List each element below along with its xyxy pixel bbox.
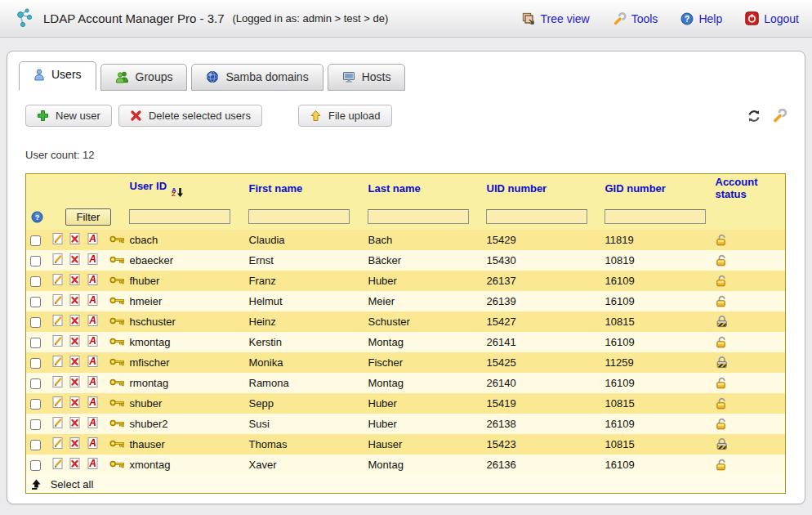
user-id-cell[interactable]: ebaecker bbox=[126, 250, 245, 271]
password-key-icon[interactable] bbox=[109, 356, 125, 369]
user-id-cell[interactable]: xmontag bbox=[126, 455, 245, 475]
tab-bar: Users Groups Sam bbox=[7, 52, 805, 91]
password-key-icon[interactable] bbox=[109, 418, 125, 430]
pdf-export-icon[interactable]: A bbox=[87, 437, 99, 452]
delete-user-icon[interactable] bbox=[69, 355, 81, 370]
column-header-last-name[interactable]: Last name bbox=[364, 174, 483, 204]
pdf-export-icon[interactable]: A bbox=[87, 273, 99, 289]
password-key-icon[interactable] bbox=[109, 397, 125, 410]
delete-user-icon[interactable] bbox=[69, 334, 81, 350]
user-id-cell[interactable]: fhuber bbox=[126, 271, 245, 291]
edit-user-icon[interactable] bbox=[51, 416, 64, 432]
select-all-cell[interactable]: Select all bbox=[26, 475, 786, 494]
pdf-export-icon[interactable]: A bbox=[87, 355, 99, 370]
filter-button[interactable]: Filter bbox=[65, 208, 112, 226]
row-checkbox[interactable] bbox=[30, 297, 41, 307]
row-checkbox[interactable] bbox=[30, 338, 41, 348]
column-header-gid-number[interactable]: GID number bbox=[601, 174, 712, 204]
user-id-cell[interactable]: rmontag bbox=[126, 373, 245, 393]
pdf-export-icon[interactable]: A bbox=[87, 375, 99, 391]
password-key-icon[interactable] bbox=[109, 316, 125, 328]
row-checkbox[interactable] bbox=[30, 419, 41, 430]
pdf-export-icon[interactable]: A bbox=[87, 396, 99, 411]
pdf-export-icon[interactable]: A bbox=[87, 334, 99, 350]
menu-tools[interactable]: Tools bbox=[613, 12, 658, 25]
refresh-icon[interactable] bbox=[747, 109, 761, 123]
filter-input-last-name[interactable] bbox=[368, 209, 469, 224]
password-key-icon[interactable] bbox=[109, 336, 125, 348]
row-checkbox[interactable] bbox=[30, 460, 41, 471]
password-key-icon[interactable] bbox=[109, 438, 125, 450]
help-icon[interactable]: ? bbox=[31, 211, 43, 223]
user-id-cell[interactable]: hschuster bbox=[126, 311, 245, 332]
filter-input-first-name[interactable] bbox=[248, 209, 350, 224]
filter-input-gid-number[interactable] bbox=[605, 209, 706, 224]
row-checkbox[interactable] bbox=[30, 358, 41, 369]
password-key-icon[interactable] bbox=[109, 459, 125, 471]
row-checkbox[interactable] bbox=[30, 399, 41, 410]
column-header-first-name[interactable]: First name bbox=[245, 174, 364, 204]
file-upload-button[interactable]: File upload bbox=[298, 105, 392, 127]
row-checkbox[interactable] bbox=[30, 235, 41, 246]
tab-groups[interactable]: Groups bbox=[100, 64, 188, 91]
user-id-cell[interactable]: kmontag bbox=[126, 332, 245, 352]
pdf-export-icon[interactable]: A bbox=[87, 457, 99, 472]
user-id-cell[interactable]: cbach bbox=[126, 230, 245, 250]
delete-user-icon[interactable] bbox=[69, 273, 81, 289]
edit-user-icon[interactable] bbox=[51, 437, 64, 452]
row-checkbox[interactable] bbox=[30, 378, 41, 389]
password-key-icon[interactable] bbox=[109, 295, 125, 307]
row-checkbox[interactable] bbox=[30, 276, 41, 287]
delete-user-icon[interactable] bbox=[69, 232, 81, 248]
password-key-icon[interactable] bbox=[109, 275, 125, 287]
pdf-export-icon[interactable]: A bbox=[87, 232, 99, 248]
row-checkbox[interactable] bbox=[30, 440, 41, 450]
delete-user-icon[interactable] bbox=[69, 457, 81, 472]
edit-user-icon[interactable] bbox=[51, 232, 64, 248]
column-header-uid-number[interactable]: UID number bbox=[483, 174, 601, 204]
user-id-cell[interactable]: shuber bbox=[126, 393, 245, 414]
pdf-export-icon[interactable]: A bbox=[87, 314, 99, 329]
column-header-account-status[interactable]: Account status bbox=[712, 174, 786, 204]
user-id-cell[interactable]: mfischer bbox=[126, 352, 245, 373]
delete-user-icon[interactable] bbox=[69, 375, 81, 391]
password-key-icon[interactable] bbox=[109, 254, 125, 266]
user-id-cell[interactable]: shuber2 bbox=[126, 414, 245, 434]
edit-user-icon[interactable] bbox=[51, 314, 64, 329]
column-header-user-id[interactable]: User IDAZ bbox=[126, 174, 245, 204]
pdf-export-icon[interactable]: A bbox=[87, 293, 99, 309]
password-key-icon[interactable] bbox=[109, 234, 125, 246]
settings-wrench-icon[interactable] bbox=[772, 109, 787, 123]
user-id-cell[interactable]: hmeier bbox=[126, 291, 245, 311]
edit-user-icon[interactable] bbox=[51, 273, 64, 289]
delete-user-icon[interactable] bbox=[69, 314, 81, 329]
new-user-button[interactable]: New user bbox=[25, 105, 112, 127]
password-key-icon[interactable] bbox=[109, 377, 125, 389]
delete-user-icon[interactable] bbox=[69, 437, 81, 452]
delete-user-icon[interactable] bbox=[69, 416, 81, 432]
row-checkbox[interactable] bbox=[30, 256, 41, 266]
menu-tree-view[interactable]: Tree view bbox=[522, 12, 590, 25]
delete-selected-users-button[interactable]: Delete selected users bbox=[118, 105, 262, 127]
tab-hosts[interactable]: Hosts bbox=[328, 64, 406, 91]
filter-input-uid-number[interactable] bbox=[486, 209, 587, 224]
edit-user-icon[interactable] bbox=[51, 457, 64, 472]
tab-samba-domains[interactable]: Samba domains bbox=[191, 64, 323, 91]
edit-user-icon[interactable] bbox=[51, 375, 64, 391]
tab-users[interactable]: Users bbox=[19, 61, 96, 91]
edit-user-icon[interactable] bbox=[51, 355, 64, 370]
edit-user-icon[interactable] bbox=[51, 396, 64, 411]
edit-user-icon[interactable] bbox=[51, 334, 64, 350]
edit-user-icon[interactable] bbox=[51, 253, 64, 268]
menu-help[interactable]: ? Help bbox=[680, 12, 722, 25]
pdf-export-icon[interactable]: A bbox=[87, 253, 99, 268]
pdf-export-icon[interactable]: A bbox=[87, 416, 99, 432]
delete-user-icon[interactable] bbox=[69, 253, 81, 268]
filter-input-user-id[interactable] bbox=[129, 209, 230, 224]
delete-user-icon[interactable] bbox=[69, 396, 81, 411]
menu-logout[interactable]: Logout bbox=[745, 11, 799, 25]
delete-user-icon[interactable] bbox=[69, 293, 81, 309]
edit-user-icon[interactable] bbox=[51, 293, 64, 309]
user-id-cell[interactable]: thauser bbox=[126, 434, 245, 455]
row-checkbox[interactable] bbox=[30, 317, 41, 328]
